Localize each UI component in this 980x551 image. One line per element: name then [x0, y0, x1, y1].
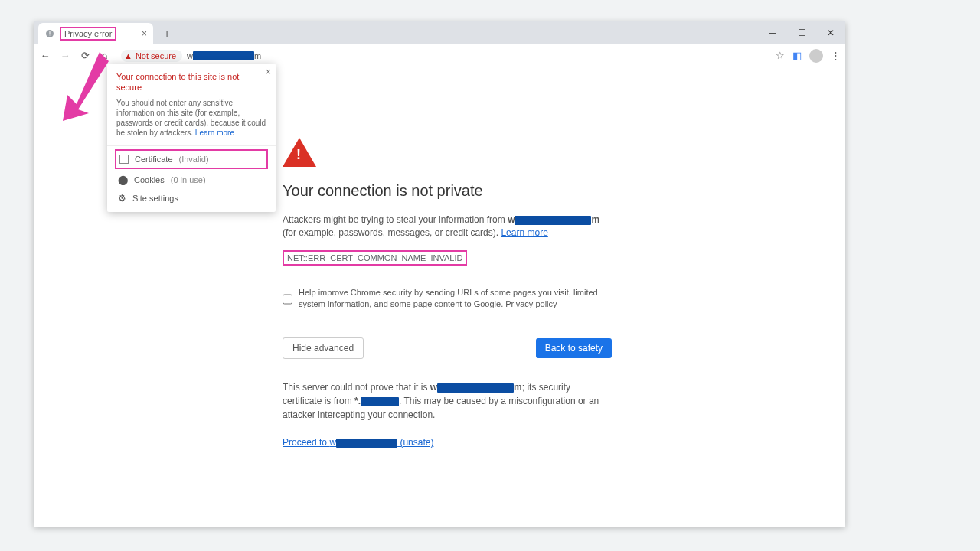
forward-button[interactable]: →: [58, 50, 72, 61]
cookies-label: Cookies: [134, 175, 165, 184]
reload-button[interactable]: ⟳: [78, 50, 92, 61]
button-row: Hide advanced Back to safety: [283, 337, 612, 359]
redacted-domain: [514, 216, 591, 225]
svg-rect-1: [50, 31, 51, 34]
profile-avatar[interactable]: [809, 49, 823, 63]
site-info-popover: × Your connection to this site is not se…: [107, 64, 276, 212]
redacted-domain: [437, 383, 514, 393]
advanced-explanation: This server could not prove that it is w…: [283, 380, 612, 422]
proceed-unsafe-link[interactable]: Proceed to w (unsafe): [283, 437, 433, 448]
certificate-label: Certificate: [135, 155, 173, 164]
opt-in-checkbox[interactable]: [283, 289, 292, 311]
redacted-cert-domain: [361, 397, 399, 406]
security-chip[interactable]: ▲ Not secure: [121, 50, 182, 62]
menu-kebab-icon[interactable]: ⋮: [831, 50, 841, 61]
popover-close-icon[interactable]: ×: [266, 67, 271, 77]
security-chip-label: Not secure: [136, 51, 176, 60]
proceed-link-row: Proceed to w (unsafe): [283, 437, 845, 448]
bookmark-star-icon[interactable]: ☆: [776, 50, 785, 61]
address-bar[interactable]: ▲ Not secure wm: [118, 47, 763, 64]
tab-favicon-warning-icon: [44, 28, 55, 39]
tab-bar: Privacy error × + ─ ☐ ✕: [34, 21, 845, 44]
url-text: wm: [187, 51, 261, 60]
tab-title: Privacy error: [60, 27, 116, 41]
learn-more-link[interactable]: Learn more: [501, 227, 547, 238]
back-button[interactable]: ←: [38, 50, 52, 61]
error-heading: Your connection is not private: [283, 182, 845, 200]
cookie-icon: ⬤: [118, 174, 128, 185]
redacted-domain: [336, 439, 397, 448]
popover-title: Your connection to this site is not secu…: [116, 71, 266, 93]
popover-learn-more-link[interactable]: Learn more: [195, 129, 234, 137]
error-code: NET::ERR_CERT_COMMON_NAME_INVALID: [283, 250, 467, 266]
cookies-status: (0 in use): [171, 175, 206, 184]
home-button[interactable]: ⌂: [98, 50, 112, 61]
site-settings-row[interactable]: ⚙ Site settings: [116, 189, 266, 207]
svg-rect-2: [50, 35, 51, 36]
popover-separator: [107, 145, 276, 146]
popover-body: You should not enter any sensitive infor…: [116, 98, 266, 138]
window-close-button[interactable]: ✕: [816, 21, 845, 44]
certificate-row[interactable]: Certificate (Invalid): [115, 149, 268, 169]
window-controls: ─ ☐ ✕: [758, 21, 845, 44]
certificate-status: (Invalid): [179, 155, 209, 164]
window-maximize-button[interactable]: ☐: [787, 21, 816, 44]
error-paragraph: Attackers might be trying to steal your …: [283, 214, 612, 240]
toolbar-right: ☆ ◧ ⋮: [776, 49, 841, 63]
opt-link-2[interactable]: Privacy policy: [505, 299, 557, 308]
certificate-icon: [119, 155, 129, 164]
browser-tab[interactable]: Privacy error ×: [38, 23, 153, 44]
large-warning-triangle-icon: [283, 138, 316, 167]
new-tab-button[interactable]: +: [158, 24, 176, 43]
tab-close-icon[interactable]: ×: [142, 28, 147, 39]
opt-in-row: Help improve Chrome security by sending …: [283, 287, 604, 311]
opt-in-text: Help improve Chrome security by sending …: [299, 287, 604, 311]
redacted-domain: [193, 51, 254, 60]
gear-icon: ⚙: [118, 193, 126, 204]
cookies-row[interactable]: ⬤ Cookies (0 in use): [116, 171, 266, 189]
window-minimize-button[interactable]: ─: [758, 21, 787, 44]
hide-advanced-button[interactable]: Hide advanced: [283, 337, 364, 359]
extension-icon[interactable]: ◧: [792, 50, 802, 61]
back-to-safety-button[interactable]: Back to safety: [536, 338, 612, 358]
warning-triangle-icon: ▲: [124, 51, 132, 60]
site-settings-label: Site settings: [132, 194, 178, 203]
